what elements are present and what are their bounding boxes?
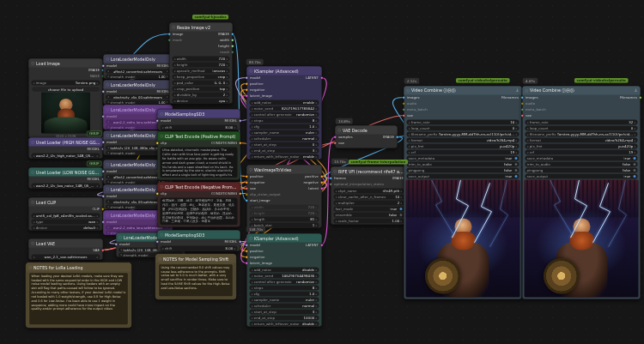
video-preview[interactable] [525, 180, 639, 298]
widget-format[interactable]: ◂formatvideo/h264-mp4▸ [407, 138, 519, 143]
prev-arrow-icon[interactable]: ◂ [252, 119, 253, 123]
output-port-positive[interactable] [320, 175, 324, 178]
widget-crop_position[interactable]: ◂crop_positiontop▸ [173, 87, 230, 92]
widget-multiplier[interactable]: ◂multiplier2▸ [334, 201, 404, 206]
prev-arrow-icon[interactable]: ◂ [527, 145, 529, 148]
next-arrow-icon[interactable]: ▸ [635, 127, 636, 130]
load-clip-node[interactable]: Load CLIPCLIP◂umt5_xxl_fp8_e4m3fn_scaled… [28, 197, 103, 231]
prev-arrow-icon[interactable]: ◂ [107, 120, 109, 124]
prev-arrow-icon[interactable]: ◂ [174, 57, 176, 61]
widget-start_at_step[interactable]: ◂start_at_step3▸ [250, 310, 319, 315]
next-arrow-icon[interactable]: ▸ [167, 100, 168, 104]
prev-arrow-icon[interactable]: ◂ [527, 139, 529, 142]
lora-loader-1-node[interactable]: LoraLoaderModelOnlymodelMODEL◂affect2_co… [103, 54, 173, 79]
input-port-audio[interactable] [521, 102, 525, 106]
next-arrow-icon[interactable]: ▸ [316, 218, 318, 221]
widget-filename_prefix[interactable]: ◂filename_prefixTorsten-yyyy-MM-ddThh-nn… [526, 132, 638, 137]
next-arrow-icon[interactable]: ▸ [316, 143, 318, 147]
input-port-negative[interactable] [246, 88, 249, 92]
next-arrow-icon[interactable]: ▸ [316, 317, 318, 320]
collapse-dot-icon[interactable] [32, 141, 35, 144]
prev-arrow-icon[interactable]: ◂ [252, 125, 253, 129]
next-arrow-icon[interactable]: ▸ [316, 131, 318, 135]
node-header[interactable]: NOTES for Model Sampling Shift [156, 255, 236, 263]
widget-height[interactable]: ◂height720▸ [250, 211, 319, 216]
input-port-meta_batch[interactable] [403, 108, 406, 112]
next-arrow-icon[interactable]: ▸ [227, 81, 228, 85]
widget-return_with_leftover_noise[interactable]: ◂return_with_leftover_noisedisable▸ [250, 322, 319, 327]
notes-lora-loading-node[interactable]: NOTES for LoRa LoadingWhen loading your … [26, 263, 131, 328]
widget-save_metadata[interactable]: save_metadatatrue [407, 156, 519, 161]
node-header[interactable]: WanImageToVideo [247, 166, 322, 174]
prev-arrow-icon[interactable]: ◂ [107, 69, 109, 73]
collapse-dot-icon[interactable] [29, 266, 33, 269]
prev-arrow-icon[interactable]: ◂ [252, 323, 253, 326]
prev-arrow-icon[interactable]: ◂ [174, 63, 176, 67]
input-port-model[interactable] [102, 170, 106, 173]
node-header[interactable]: Video Combine ⓋⒽⓈ⚓ [523, 87, 641, 95]
widget-return_with_leftover_noise[interactable]: ◂return_with_leftover_noiseenable▸ [250, 154, 319, 160]
prev-arrow-icon[interactable]: ◂ [107, 125, 109, 129]
load-image-node[interactable]: Load ImageIMAGEMASK◂imageTorsten.png▸cho… [28, 58, 103, 138]
collapse-dot-icon[interactable] [161, 135, 164, 138]
resize-image-node[interactable]: Resize Image v2imagemaskIMAGEwidthheight… [169, 22, 233, 104]
widget-scheduler[interactable]: ◂schedulernormal▸ [250, 304, 319, 309]
widget-trim_to_audio[interactable]: trim_to_audiofalse [407, 162, 519, 167]
widget-shift[interactable]: ◂shift8.00▸ [161, 125, 238, 130]
prev-arrow-icon[interactable]: ◂ [336, 220, 337, 223]
widget-strength_model[interactable]: ◂strength_model1.00▸ [106, 100, 170, 105]
collapse-dot-icon[interactable] [338, 129, 342, 132]
input-port-model[interactable] [102, 64, 106, 68]
node-header[interactable]: Load Image [29, 59, 103, 68]
prev-arrow-icon[interactable]: ◂ [252, 137, 253, 141]
next-arrow-icon[interactable]: ▸ [516, 121, 518, 124]
prev-arrow-icon[interactable]: ◂ [107, 205, 109, 208]
input-port-vae[interactable] [521, 114, 525, 118]
collapse-dot-icon[interactable] [106, 214, 110, 217]
collapse-dot-icon[interactable] [106, 57, 110, 61]
next-arrow-icon[interactable]: ▸ [635, 139, 636, 142]
node-header[interactable]: Load CLIP [29, 198, 103, 207]
next-arrow-icon[interactable]: ▸ [316, 101, 318, 105]
widget-noise_seed[interactable]: ◂noise_seed820719617783842▸ [250, 106, 319, 112]
node-header[interactable]: Video Combine ⓋⒽⓈ⚓ [404, 87, 522, 95]
input-port-model[interactable] [102, 195, 106, 198]
widget-loop_count[interactable]: ◂loop_count0▸ [526, 126, 638, 131]
input-port-model[interactable] [156, 119, 160, 123]
widget-steps[interactable]: ◂steps8▸ [250, 118, 319, 124]
prev-arrow-icon[interactable]: ◂ [252, 305, 253, 308]
next-arrow-icon[interactable]: ▸ [635, 151, 636, 154]
prev-arrow-icon[interactable]: ◂ [33, 214, 35, 218]
prev-arrow-icon[interactable]: ◂ [120, 248, 122, 251]
ksampler-advanced-low-node[interactable]: KSampler (Advanced)modelpositivenegative… [246, 233, 322, 327]
prev-arrow-icon[interactable]: ◂ [120, 253, 122, 256]
output-port-MODEL[interactable] [239, 119, 242, 123]
prev-arrow-icon[interactable]: ◂ [336, 196, 337, 199]
prev-arrow-icon[interactable]: ◂ [107, 75, 109, 78]
prev-arrow-icon[interactable]: ◂ [252, 269, 253, 272]
toggle-dot[interactable] [634, 163, 636, 166]
ksampler-advanced-high-node[interactable]: KSampler (Advanced)modelpositivenegative… [246, 66, 322, 160]
input-port-vae[interactable] [246, 187, 249, 190]
node-header[interactable]: RIFE VFI (recommend rife47 and rife49) [331, 167, 407, 176]
prev-arrow-icon[interactable]: ◂ [174, 94, 176, 97]
prev-arrow-icon[interactable]: ◂ [174, 69, 176, 73]
toggle-dot[interactable] [515, 175, 518, 178]
toggle-dot[interactable] [515, 163, 518, 166]
toggle-dot[interactable] [634, 169, 636, 172]
next-arrow-icon[interactable]: ▸ [516, 145, 518, 148]
prev-arrow-icon[interactable]: ◂ [107, 180, 109, 184]
input-port-images[interactable] [521, 96, 525, 100]
node-header[interactable]: KSampler (Advanced) [247, 67, 322, 75]
prev-arrow-icon[interactable]: ◂ [252, 299, 253, 302]
widget-divisible_by[interactable]: ◂divisible_by2▸ [173, 93, 230, 98]
next-arrow-icon[interactable]: ▸ [316, 287, 318, 290]
output-port-negative[interactable] [320, 181, 324, 184]
next-arrow-icon[interactable]: ▸ [316, 113, 318, 117]
widget-frame_rate[interactable]: ◂frame_rate32▸ [526, 120, 638, 125]
next-arrow-icon[interactable]: ▸ [227, 94, 228, 97]
input-port-mask[interactable] [168, 39, 172, 42]
next-arrow-icon[interactable]: ▸ [516, 127, 518, 130]
prev-arrow-icon[interactable]: ◂ [252, 113, 253, 117]
next-arrow-icon[interactable]: ▸ [316, 275, 318, 278]
